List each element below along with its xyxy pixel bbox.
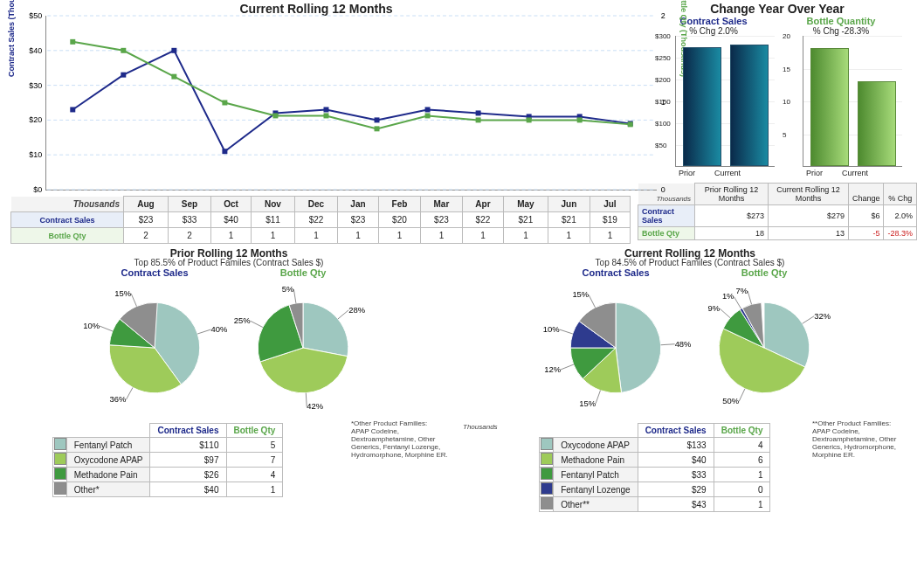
svg-rect-28 xyxy=(121,48,126,53)
svg-text:15%: 15% xyxy=(114,288,131,298)
svg-text:12%: 12% xyxy=(544,364,561,374)
svg-line-71 xyxy=(734,297,741,309)
svg-rect-30 xyxy=(222,100,227,106)
svg-line-47 xyxy=(338,310,348,319)
svg-rect-36 xyxy=(527,117,532,122)
prior-footnote: *Other Product Families: APAP Codeine, D… xyxy=(351,419,456,459)
month-data-table: ThousandsAugSepOctNovDecJanFebMarAprMayJ… xyxy=(10,196,631,244)
svg-text:32%: 32% xyxy=(814,311,831,321)
svg-rect-31 xyxy=(272,113,278,118)
svg-text:36%: 36% xyxy=(110,394,127,404)
yoy-qty-chart: Bottle Quantity % Chg -28.3% 5101520 Pri… xyxy=(780,16,902,177)
svg-text:42%: 42% xyxy=(307,401,323,411)
current-footnote: **Other Product Families: APAP Codeine, … xyxy=(812,419,917,459)
thousands-label: Thousands xyxy=(463,423,498,431)
y1-axis-label: Contract Sales (Thousands) xyxy=(7,0,16,77)
svg-rect-16 xyxy=(121,73,126,78)
svg-text:10%: 10% xyxy=(543,324,560,334)
current-sales-label: Contract Sales xyxy=(546,267,686,278)
svg-text:5%: 5% xyxy=(282,284,294,294)
prior-section-subtitle: Top 85.5% of Product Familes (Contract S… xyxy=(2,258,456,267)
svg-line-73 xyxy=(748,291,751,304)
svg-rect-29 xyxy=(171,74,176,80)
current-qty-pie: 32%50%9%1%7% xyxy=(694,278,834,418)
svg-rect-37 xyxy=(577,117,583,122)
current-product-table: Contract SalesBottle QtyOxycodone APAP$1… xyxy=(539,423,770,512)
svg-text:2: 2 xyxy=(661,11,665,20)
svg-rect-33 xyxy=(375,126,380,131)
current-qty-label: Bottle Qty xyxy=(694,267,834,278)
svg-text:$40: $40 xyxy=(29,46,42,55)
svg-line-55 xyxy=(661,344,675,345)
svg-rect-35 xyxy=(476,117,481,122)
svg-text:1%: 1% xyxy=(722,291,734,301)
svg-rect-17 xyxy=(171,48,176,53)
svg-text:0: 0 xyxy=(661,185,665,194)
svg-text:50%: 50% xyxy=(722,396,739,405)
svg-line-53 xyxy=(293,289,296,303)
svg-line-45 xyxy=(131,294,136,307)
prior-sales-label: Contract Sales xyxy=(85,267,224,278)
svg-rect-22 xyxy=(425,107,431,112)
svg-line-51 xyxy=(251,321,263,327)
svg-rect-18 xyxy=(222,149,227,154)
svg-text:25%: 25% xyxy=(234,315,251,325)
svg-rect-23 xyxy=(476,110,481,115)
svg-rect-15 xyxy=(70,107,75,112)
svg-text:28%: 28% xyxy=(348,305,365,315)
yoy-sales-chart: Contract Sales % Chg 2.0% $50$100$150$20… xyxy=(652,16,775,177)
svg-line-39 xyxy=(197,329,210,334)
svg-text:$20: $20 xyxy=(29,115,42,124)
svg-line-59 xyxy=(561,364,574,370)
svg-text:$50: $50 xyxy=(29,11,42,20)
svg-text:48%: 48% xyxy=(675,339,692,349)
svg-text:40%: 40% xyxy=(210,324,227,334)
svg-line-61 xyxy=(560,329,573,334)
prior-product-table: Contract SalesBottle QtyFentanyl Patch$1… xyxy=(52,423,284,497)
main-chart-title: Current Rolling 12 Months xyxy=(2,2,631,16)
svg-text:$10: $10 xyxy=(29,150,42,159)
svg-text:15%: 15% xyxy=(572,289,589,299)
svg-line-63 xyxy=(589,295,595,308)
yoy-summary-table: ThousandsPrior Rolling 12 MonthsCurrent … xyxy=(638,183,917,240)
svg-text:7%: 7% xyxy=(735,286,748,295)
svg-rect-21 xyxy=(375,117,380,122)
prior-qty-label: Bottle Qty xyxy=(233,267,373,278)
svg-text:15%: 15% xyxy=(579,398,596,408)
svg-rect-32 xyxy=(323,113,328,118)
svg-rect-27 xyxy=(70,39,75,45)
svg-line-67 xyxy=(739,389,745,401)
svg-line-41 xyxy=(126,387,133,399)
rolling-12-chart: Contract Sales (Thousands) Bottle Qty (T… xyxy=(45,16,657,191)
svg-text:9%: 9% xyxy=(708,303,721,313)
svg-line-57 xyxy=(596,391,600,404)
svg-text:$30: $30 xyxy=(29,81,42,90)
svg-line-43 xyxy=(100,326,113,331)
svg-rect-38 xyxy=(628,121,633,127)
svg-text:$0: $0 xyxy=(33,185,42,194)
svg-text:10%: 10% xyxy=(83,321,100,330)
svg-rect-34 xyxy=(425,113,431,118)
current-sales-pie: 48%15%12%10%15% xyxy=(546,278,686,418)
svg-line-65 xyxy=(803,316,815,324)
prior-qty-pie: 28%42%25%5% xyxy=(233,278,373,418)
svg-line-69 xyxy=(720,308,730,318)
current-section-subtitle: Top 84.5% of Product Familes (Contract S… xyxy=(463,258,917,267)
svg-rect-20 xyxy=(323,107,328,112)
prior-sales-pie: 40%36%10%15% xyxy=(85,278,224,418)
